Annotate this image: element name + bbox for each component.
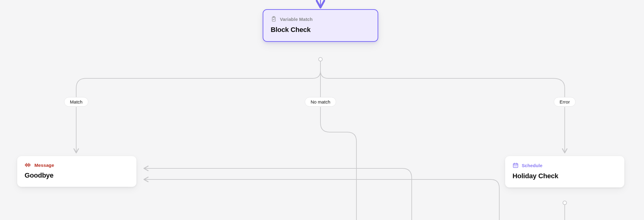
- port-blockcheck-out[interactable]: [318, 57, 323, 61]
- flow-canvas[interactable]: Variable Match Block Check Message Goodb…: [0, 0, 644, 220]
- node-goodbye[interactable]: Message Goodbye: [17, 156, 136, 187]
- svg-point-14: [514, 167, 515, 167]
- edge-into-goodbye-2b: [491, 179, 499, 220]
- node-title: Holiday Check: [512, 172, 617, 180]
- svg-point-16: [516, 167, 517, 167]
- edge-blockcheck-error: [320, 59, 565, 97]
- node-holiday-check[interactable]: Schedule Holiday Check: [505, 156, 624, 187]
- calendar-icon: [512, 162, 519, 168]
- svg-point-13: [516, 166, 517, 166]
- edge-nomatch-continue: [332, 132, 356, 220]
- branch-pill-no-match: No match: [305, 97, 336, 107]
- svg-point-12: [515, 166, 516, 166]
- node-type-label: Variable Match: [280, 17, 312, 22]
- edge-into-goodbye-1: [144, 168, 412, 220]
- node-type-label: Schedule: [522, 163, 543, 168]
- node-header: Variable Match: [271, 16, 370, 22]
- branch-pill-error: Error: [554, 97, 575, 107]
- svg-point-11: [514, 166, 515, 166]
- audio-wave-icon: [25, 162, 31, 168]
- branch-pill-match: Match: [64, 97, 88, 107]
- node-title: Block Check: [271, 26, 370, 34]
- node-header: Message: [25, 162, 129, 168]
- node-type-label: Message: [34, 163, 54, 168]
- edge-nomatch-down: [320, 107, 332, 132]
- node-block-check[interactable]: Variable Match Block Check: [263, 9, 378, 42]
- port-holiday-out[interactable]: [563, 201, 567, 205]
- node-title: Goodbye: [25, 171, 129, 179]
- svg-point-15: [515, 167, 516, 167]
- node-header: Schedule: [512, 162, 617, 168]
- clipboard-check-icon: [271, 16, 277, 22]
- edge-blockcheck-match: [76, 59, 320, 97]
